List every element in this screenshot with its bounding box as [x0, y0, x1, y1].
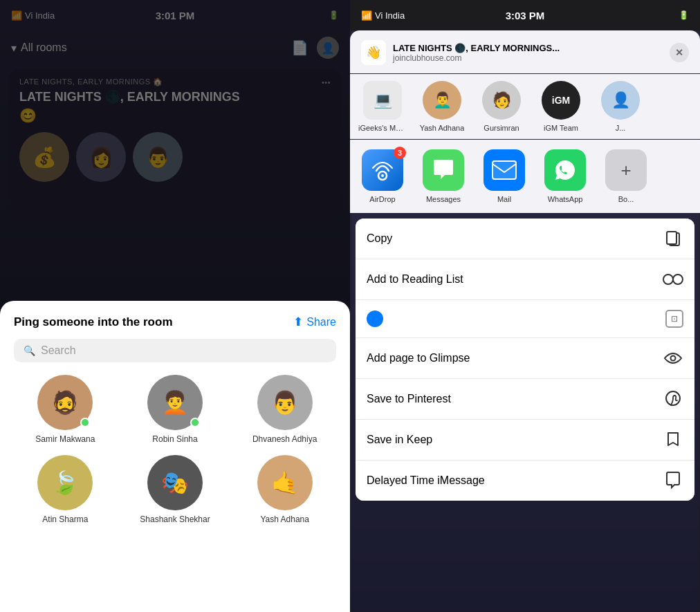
- contact-robin[interactable]: 🧑‍🦱 Robin Sinha: [124, 375, 227, 444]
- online-indicator-robin: [190, 418, 200, 427]
- pinterest-icon: [663, 389, 683, 409]
- status-icons-right: 🔋: [679, 10, 689, 20]
- action-reading-list[interactable]: Add to Reading List: [356, 259, 694, 300]
- search-icon: 🔍: [24, 345, 35, 356]
- messages-label: Messages: [426, 195, 461, 203]
- share-contact-j[interactable]: 👤 J...: [596, 81, 645, 132]
- contact-avatar-wrap-samir: 🧔: [37, 375, 93, 430]
- contacts-grid: 🧔 Samir Makwana 🧑‍🦱 Robin Sinha 👨 Dhvane…: [14, 375, 336, 524]
- action-add-glimpse[interactable]: Add page to Glimpse: [356, 338, 694, 379]
- status-bar-right: 📶 Vi India 3:03 PM 🔋: [350, 0, 700, 30]
- share-button[interactable]: ⬆ Share: [293, 315, 336, 329]
- pinterest-label: Save to Pinterest: [367, 393, 451, 405]
- contact-avatar-wrap-shashank: 🎭: [147, 455, 203, 510]
- time-right: 3:03 PM: [506, 10, 545, 21]
- contact-yash[interactable]: 🤙 Yash Adhana: [233, 455, 336, 524]
- delayed-imessage-label: Delayed Time iMessage: [367, 474, 485, 487]
- contact-avatar-wrap-yash: 🤙: [257, 455, 313, 510]
- contact-shashank[interactable]: 🎭 Shashank Shekhar: [124, 455, 227, 524]
- mail-label: Mail: [497, 195, 511, 203]
- share-app-mail[interactable]: Mail: [480, 149, 528, 203]
- battery-icon-right: 🔋: [679, 10, 689, 20]
- mail-icon: [483, 149, 525, 191]
- contact-avatar-wrap-robin: 🧑‍🦱: [147, 375, 203, 430]
- contact-atin[interactable]: 🍃 Atin Sharma: [14, 455, 117, 524]
- svg-rect-5: [667, 232, 676, 244]
- contact-name-dhvanesh: Dhvanesh Adhiya: [252, 434, 317, 444]
- svg-rect-2: [492, 161, 516, 179]
- share-contact-gursimran[interactable]: 🧑 Gursimran: [477, 81, 526, 132]
- share-contact-avatar-j: 👤: [601, 81, 640, 120]
- more-apps-label: Bo...: [618, 195, 634, 203]
- action-delayed-imessage[interactable]: Delayed Time iMessage: [356, 461, 694, 501]
- search-placeholder: Search: [41, 344, 76, 357]
- share-app-airdrop[interactable]: 3 AirDrop: [358, 149, 407, 203]
- action-glimpse-row[interactable]: ⊡: [356, 300, 694, 338]
- glimpse-dot: [367, 310, 383, 327]
- carrier-right: 📶 Vi India: [361, 10, 405, 21]
- left-panel: 📶 Vi India 3:01 PM 🔋 ▾ All rooms 📄 👤 LAT…: [0, 0, 350, 612]
- contact-avatar-yash: 🤙: [257, 455, 313, 510]
- action-list: Copy Add to Reading List: [356, 219, 694, 501]
- share-contact-name-macbook: iGeeks's MacBook Pr...: [358, 124, 407, 132]
- action-copy[interactable]: Copy: [356, 219, 694, 259]
- share-app-more[interactable]: + Bo...: [602, 149, 650, 203]
- ping-modal-header: Ping someone into the room ⬆ Share: [14, 315, 336, 329]
- share-sheet: 👋 LATE NIGHTS 🌑, EARLY MORNINGS... joinc…: [350, 30, 700, 612]
- more-apps-icon: +: [605, 149, 647, 191]
- contact-avatar-atin: 🍃: [37, 455, 93, 510]
- share-url-section: 👋 LATE NIGHTS 🌑, EARLY MORNINGS... joinc…: [361, 40, 670, 65]
- contact-samir[interactable]: 🧔 Samir Makwana: [14, 375, 117, 444]
- share-contact-name-igm: iGM Team: [544, 124, 578, 132]
- share-contact-name-gursimran: Gursimran: [483, 124, 519, 132]
- share-app-messages[interactable]: Messages: [419, 149, 468, 203]
- contact-name-atin: Atin Sharma: [42, 514, 88, 524]
- svg-point-7: [673, 275, 683, 284]
- contact-name-yash: Yash Adhana: [260, 514, 309, 524]
- glimpse-eye-icon: [663, 348, 683, 369]
- share-contact-avatar-gursimran: 🧑: [482, 81, 521, 120]
- contact-dhvanesh[interactable]: 👨 Dhvanesh Adhiya: [233, 375, 336, 444]
- reading-list-label: Add to Reading List: [367, 273, 463, 286]
- share-contact-igm[interactable]: iGM iGM Team: [537, 81, 585, 132]
- share-url-text: LATE NIGHTS 🌑, EARLY MORNINGS... joinclu…: [393, 43, 560, 63]
- contact-avatar-shashank: 🎭: [147, 455, 203, 510]
- contact-name-robin: Robin Sinha: [152, 434, 197, 444]
- share-contact-macbook[interactable]: 💻 iGeeks's MacBook Pr...: [358, 81, 407, 132]
- copy-icon: [663, 228, 683, 249]
- right-panel: 📶 Vi India 3:03 PM 🔋 👋 LATE NIGHTS 🌑, EA…: [350, 0, 700, 612]
- action-pinterest[interactable]: Save to Pinterest: [356, 379, 694, 420]
- share-contact-avatar-igm: iGM: [542, 81, 580, 120]
- share-url-title: LATE NIGHTS 🌑, EARLY MORNINGS...: [393, 43, 560, 53]
- ping-modal: Ping someone into the room ⬆ Share 🔍 Sea…: [0, 301, 350, 612]
- airdrop-label: AirDrop: [369, 195, 395, 203]
- share-url-domain: joinclubhouse.com: [393, 53, 560, 63]
- ping-title: Ping someone into the room: [14, 315, 173, 329]
- keep-label: Save in Keep: [367, 434, 432, 446]
- share-contact-avatar-yash: 👨‍🦱: [423, 81, 461, 120]
- glimpse-small-icon: ⊡: [665, 310, 683, 328]
- wifi-icon-right: 📶: [361, 10, 372, 21]
- whatsapp-label: WhatsApp: [548, 195, 583, 203]
- svg-point-8: [671, 356, 676, 361]
- share-app-whatsapp[interactable]: WhatsApp: [541, 149, 589, 203]
- share-header: 👋 LATE NIGHTS 🌑, EARLY MORNINGS... joinc…: [350, 30, 700, 73]
- keep-icon: [663, 429, 683, 450]
- search-bar[interactable]: 🔍 Search: [14, 339, 336, 362]
- contact-name-shashank: Shashank Shekhar: [140, 514, 210, 524]
- online-indicator-samir: [80, 418, 90, 427]
- action-keep[interactable]: Save in Keep: [356, 420, 694, 461]
- share-apps-row: 3 AirDrop Messages: [350, 140, 700, 213]
- copy-label: Copy: [367, 232, 392, 245]
- imessage-icon: [663, 470, 683, 491]
- share-close-button[interactable]: ✕: [670, 43, 689, 62]
- whatsapp-icon: [544, 149, 586, 191]
- share-contact-name-yash: Yash Adhana: [420, 124, 465, 132]
- contact-avatar-dhvanesh: 👨: [257, 375, 313, 430]
- contact-name-samir: Samir Makwana: [35, 434, 95, 444]
- svg-point-6: [663, 275, 673, 284]
- contact-avatar-wrap-dhvanesh: 👨: [257, 375, 313, 430]
- svg-point-1: [381, 174, 384, 177]
- share-contact-yash[interactable]: 👨‍🦱 Yash Adhana: [418, 81, 466, 132]
- reading-list-icon: [663, 269, 683, 290]
